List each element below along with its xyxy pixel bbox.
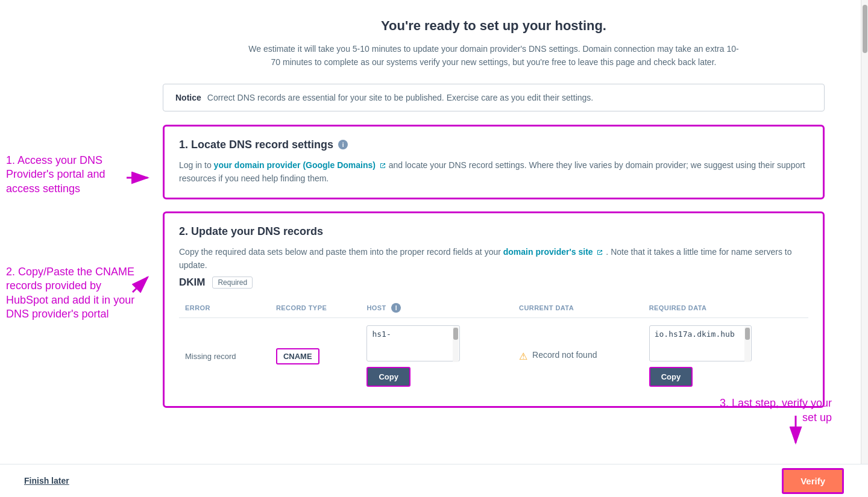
finish-later-button[interactable]: Finish later (24, 476, 69, 486)
required-data-input[interactable] (649, 325, 752, 361)
step1-title: 1. Locate DNS record settings i (179, 139, 808, 151)
annotations-panel: 1. Access your DNS Provider's portal and… (0, 0, 151, 497)
copy-required-button[interactable]: Copy (649, 367, 693, 387)
dns-records-table: ERROR RECORD TYPE HOST i CURRENT DATA RE… (179, 298, 808, 394)
notice-text: Correct DNS records are essential for yo… (207, 93, 593, 102)
page-scrollbar[interactable] (861, 0, 868, 497)
table-row: Missing record CNAME (179, 318, 808, 395)
cname-badge: CNAME (276, 348, 319, 364)
footer: Finish later Verify (0, 464, 868, 497)
col-error: ERROR (179, 298, 270, 318)
col-host: HOST i (360, 298, 513, 318)
notice-box: Notice Correct DNS records are essential… (163, 84, 825, 111)
notice-label: Notice (175, 93, 201, 102)
col-required-data: REQUIRED DATA (643, 298, 808, 318)
required-data-cell: Copy (643, 318, 808, 395)
error-cell: Missing record (179, 318, 270, 395)
annotation-step3: 3. Last step, verify your set up (711, 396, 832, 425)
warning-icon: ⚠ (519, 351, 527, 362)
col-current-data: CURRENT DATA (513, 298, 643, 318)
copy-host-button[interactable]: Copy (366, 367, 410, 387)
step2-title: 2. Update your DNS records (179, 225, 808, 238)
scrollbar-thumb (863, 5, 867, 53)
host-info-icon[interactable]: i (391, 303, 401, 313)
step1-domain-link[interactable]: your domain provider (Google Domains) (214, 160, 386, 170)
col-record-type: RECORD TYPE (270, 298, 361, 318)
step2-domain-link[interactable]: domain provider's site (503, 247, 604, 257)
page-subtitle: We estimate it will take you 5-10 minute… (247, 42, 741, 69)
annotation-step1: 1. Access your DNS Provider's portal and… (6, 154, 127, 196)
host-scrollbar (453, 327, 459, 362)
dkim-title: DKIM (179, 277, 205, 289)
annotation-step2: 2. Copy/Paste the CNAME records provided… (6, 265, 145, 322)
step2-body: Copy the required data sets below and pa… (179, 245, 808, 272)
page-title: You're ready to set up your hosting. (163, 18, 825, 34)
step1-body: Log in to your domain provider (Google D… (179, 158, 808, 186)
host-input[interactable] (366, 325, 460, 361)
step1-info-icon[interactable]: i (338, 140, 348, 149)
step1-box: 1. Locate DNS record settings i Log in t… (163, 125, 825, 199)
current-data-cell: ⚠ Record not found (513, 318, 643, 395)
step2-box: 2. Update your DNS records Copy the requ… (163, 211, 825, 408)
record-type-cell: CNAME (270, 318, 361, 395)
required-scrollbar (744, 327, 750, 362)
verify-button[interactable]: Verify (782, 468, 844, 494)
dkim-section-header: DKIM Required (179, 277, 808, 289)
host-cell: Copy (360, 318, 513, 395)
required-badge: Required (212, 277, 253, 289)
